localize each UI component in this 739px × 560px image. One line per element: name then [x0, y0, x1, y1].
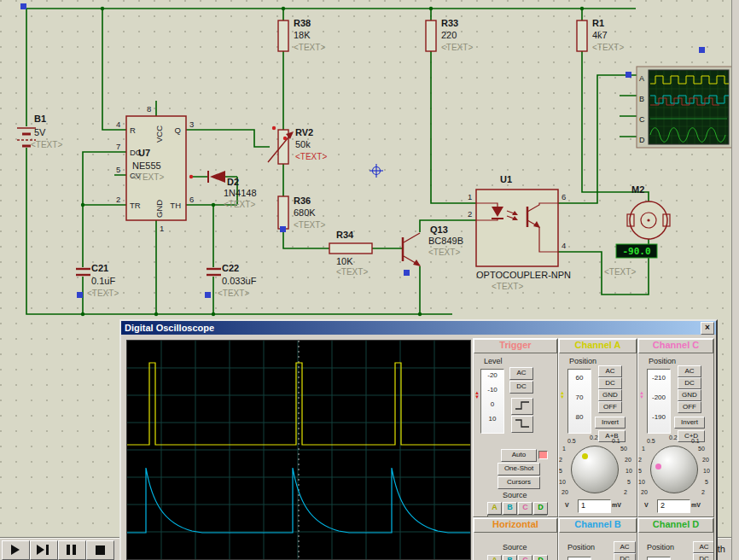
u7-pin-r: R: [130, 125, 136, 135]
mini-scope-label-d: D: [639, 136, 645, 144]
trigger-cursors-button[interactable]: Cursors: [498, 476, 540, 489]
trigger-dc-button[interactable]: DC: [509, 381, 533, 394]
titlebar[interactable]: Digital Oscilloscope ×: [121, 321, 716, 335]
status-text: th: [718, 544, 725, 554]
channel-c-dc-button[interactable]: DC: [678, 377, 701, 389]
channel-a-invert-button[interactable]: Invert: [595, 417, 626, 429]
trigger-source-c-button[interactable]: C: [518, 502, 532, 515]
trigger-ac-button[interactable]: AC: [509, 367, 533, 380]
trigger-auto-button[interactable]: Auto: [501, 449, 537, 462]
rising-edge-button[interactable]: [511, 398, 533, 415]
channel-a-dc-button[interactable]: DC: [598, 377, 622, 389]
step-button[interactable]: [30, 540, 58, 560]
channel-a-gain-value[interactable]: 1: [578, 499, 611, 513]
r34-ref: R34: [336, 230, 354, 240]
knob-scale: 0.5: [567, 438, 576, 444]
rv2-ref: RV2: [295, 127, 313, 137]
play-button[interactable]: [2, 540, 30, 560]
r33-value: 220: [441, 30, 457, 40]
trigger-source-b-button[interactable]: B: [503, 502, 517, 515]
component-b1-battery[interactable]: B1 5V <TEXT>: [17, 114, 62, 149]
component-q13-transistor[interactable]: Q13 BC849B <TEXT>: [403, 225, 463, 266]
u1-pin4: 4: [562, 241, 566, 250]
pin-markers: [189, 126, 287, 178]
pause-button[interactable]: [58, 540, 86, 560]
channel-c-position-arrows[interactable]: ▲▼: [639, 391, 644, 400]
channel-a-position-slider[interactable]: 60 70 80: [567, 369, 591, 434]
u1-text: <TEXT>: [492, 282, 523, 291]
trigger-level-arrows[interactable]: ▲▼: [474, 391, 480, 400]
r1-ref: R1: [592, 18, 604, 28]
component-r33[interactable]: R33 220 <TEXT>: [426, 18, 473, 52]
channel-a-gain-knob[interactable]: [571, 446, 619, 493]
channel-c-ac-button[interactable]: AC: [678, 365, 701, 377]
u7-pin8: 8: [147, 104, 151, 114]
r1-text: <TEXT>: [592, 43, 624, 52]
horizontal-source-b-button[interactable]: B: [503, 555, 517, 560]
right-border-strip: [731, 0, 739, 560]
mini-scope-label-a: A: [639, 74, 644, 83]
r36-text: <TEXT>: [294, 220, 325, 230]
component-r36[interactable]: R36 680K <TEXT>: [278, 195, 325, 230]
q13-value: BC849B: [428, 236, 463, 246]
channel-a-ac-button[interactable]: AC: [598, 365, 622, 377]
r36-value: 680K: [294, 207, 316, 218]
u1-pin2: 2: [468, 209, 472, 219]
r34-text: <TEXT>: [336, 267, 368, 277]
stop-icon: [96, 545, 105, 555]
trigger-source-d-button[interactable]: D: [533, 502, 548, 515]
channel-d-position-slider[interactable]: [647, 557, 671, 560]
channel-b-ac-button[interactable]: AC: [614, 541, 636, 553]
component-m2-motor[interactable]: M2 <TEXT> -90.0: [604, 184, 670, 277]
horizontal-source-a-button[interactable]: A: [487, 555, 502, 560]
channel-b-dc-button[interactable]: DC: [614, 553, 636, 560]
u7-pin5: 5: [116, 165, 120, 174]
channel-d-ac-button[interactable]: AC: [693, 541, 714, 553]
r38-value: 18K: [294, 30, 311, 40]
channel-c-position-label: Position: [649, 357, 676, 365]
component-r1[interactable]: R1 4k7 <TEXT>: [577, 18, 624, 52]
channel-a-header: Channel A: [559, 339, 637, 353]
channel-c-invert-button[interactable]: Invert: [674, 417, 705, 429]
channel-b-position-slider[interactable]: [567, 557, 591, 560]
knob-scale: 50: [620, 446, 627, 452]
channel-a-off-button[interactable]: OFF: [598, 401, 622, 413]
channel-c-gain-value[interactable]: 2: [657, 499, 690, 513]
knob-scale: 1: [562, 446, 566, 452]
channel-d-dc-button[interactable]: DC: [693, 553, 714, 560]
channel-c-position-slider[interactable]: -210 -200 -190: [647, 369, 671, 434]
channel-a-knob-pointer: [582, 453, 588, 459]
trigger-one-shot-button[interactable]: One-Shot: [498, 463, 540, 475]
u7-pin4: 4: [116, 120, 120, 129]
knob-scale: 20: [702, 457, 709, 463]
component-rv2-pot[interactable]: RV2 50k <TEXT>: [268, 127, 327, 164]
knob-scale: 10: [703, 468, 710, 474]
knob-scale: 0.2: [590, 435, 598, 440]
component-r34[interactable]: R34 10K <TEXT>: [329, 230, 372, 277]
step-icon: [37, 545, 44, 555]
component-d2-diode[interactable]: D2 1N4148 <TEXT>: [208, 171, 257, 209]
knob-scale: 5: [559, 468, 562, 474]
horizontal-source-d-button[interactable]: D: [533, 555, 548, 560]
component-u7-ne555[interactable]: R DC CV TR Q TH VCC GND 4 7 5 2 3 6 8 1 …: [116, 104, 194, 233]
trigger-source-a-button[interactable]: A: [487, 502, 502, 515]
channel-c-off-button[interactable]: OFF: [678, 401, 701, 413]
channel-a-tick: 60: [568, 375, 591, 382]
close-button[interactable]: ×: [701, 322, 714, 335]
stop-button[interactable]: [86, 540, 114, 560]
channel-c-gain-knob[interactable]: [650, 446, 698, 493]
component-r38[interactable]: R38 18K <TEXT>: [278, 18, 325, 52]
channel-a-position-arrows[interactable]: ▲▼: [560, 391, 565, 400]
trigger-tick: 10: [481, 416, 503, 423]
scope-controls: Trigger Level -20 -10 0 10 ▲▼ AC DC: [473, 338, 714, 560]
panel-horizontal: Horizontal Source A B C D: [473, 517, 558, 560]
horizontal-source-label: Source: [503, 543, 527, 551]
trigger-level-slider[interactable]: -20 -10 0 10: [480, 369, 504, 434]
component-u1-optocoupler[interactable]: 1 2 6 4 U1 OPTOCOUPLER-NPN <TEXT>: [468, 174, 571, 291]
mini-oscilloscope[interactable]: A B C D: [637, 67, 732, 148]
channel-c-gnd-button[interactable]: GND: [678, 389, 701, 401]
channel-a-gnd-button[interactable]: GND: [598, 389, 622, 401]
scope-display: [126, 340, 471, 560]
horizontal-source-c-button[interactable]: C: [518, 555, 532, 560]
falling-edge-button[interactable]: [511, 416, 533, 433]
